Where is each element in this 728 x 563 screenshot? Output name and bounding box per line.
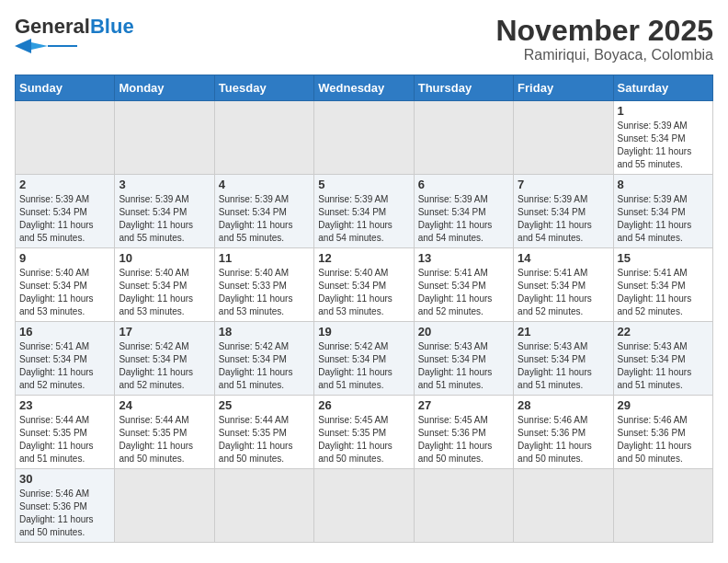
calendar-row: 16 Sunrise: 5:41 AM Sunset: 5:34 PM Dayl… [16,322,713,396]
day-info: Sunrise: 5:41 AM Sunset: 5:34 PM Dayligh… [418,268,493,316]
day-info: Sunrise: 5:42 AM Sunset: 5:34 PM Dayligh… [219,341,293,390]
day-info: Sunrise: 5:44 AM Sunset: 5:35 PM Dayligh… [219,415,293,464]
weekday-thursday: Thursday [414,75,513,101]
day-info: Sunrise: 5:44 AM Sunset: 5:35 PM Dayligh… [19,415,94,464]
title-area: November 2025 Ramiriqui, Boyaca, Colombi… [495,15,713,63]
calendar-cell: 18 Sunrise: 5:42 AM Sunset: 5:34 PM Dayl… [214,322,313,396]
day-number: 9 [19,251,110,265]
day-info: Sunrise: 5:43 AM Sunset: 5:34 PM Dayligh… [418,341,493,390]
calendar-cell [613,469,712,543]
calendar-row: 9 Sunrise: 5:40 AM Sunset: 5:34 PM Dayli… [16,248,713,322]
day-number: 8 [618,178,709,191]
day-number: 27 [418,398,509,412]
logo-blue: Blue [90,15,134,39]
calendar-cell [514,469,613,543]
day-info: Sunrise: 5:44 AM Sunset: 5:35 PM Dayligh… [119,415,193,464]
calendar-cell: 17 Sunrise: 5:42 AM Sunset: 5:34 PM Dayl… [115,322,214,396]
day-number: 12 [318,251,409,265]
day-number: 13 [418,251,509,265]
calendar-cell [16,101,115,175]
day-info: Sunrise: 5:40 AM Sunset: 5:33 PM Dayligh… [219,268,293,316]
calendar-cell: 11 Sunrise: 5:40 AM Sunset: 5:33 PM Dayl… [214,248,313,322]
logo: General Blue [15,15,134,53]
day-info: Sunrise: 5:45 AM Sunset: 5:36 PM Dayligh… [418,415,493,464]
calendar-cell: 23 Sunrise: 5:44 AM Sunset: 5:35 PM Dayl… [16,396,115,469]
weekday-header-row: SundayMondayTuesdayWednesdayThursdayFrid… [16,75,713,101]
calendar-cell [115,469,214,543]
day-info: Sunrise: 5:43 AM Sunset: 5:34 PM Dayligh… [618,341,692,390]
calendar-cell: 4 Sunrise: 5:39 AM Sunset: 5:34 PM Dayli… [214,175,313,248]
day-info: Sunrise: 5:40 AM Sunset: 5:34 PM Dayligh… [318,268,392,316]
calendar-cell: 13 Sunrise: 5:41 AM Sunset: 5:34 PM Dayl… [414,248,513,322]
day-number: 6 [418,178,509,191]
weekday-friday: Friday [514,75,613,101]
calendar-cell: 22 Sunrise: 5:43 AM Sunset: 5:34 PM Dayl… [613,322,712,396]
logo-icon [15,39,77,53]
day-number: 14 [518,251,609,265]
calendar-cell: 9 Sunrise: 5:40 AM Sunset: 5:34 PM Dayli… [16,248,115,322]
calendar-cell: 3 Sunrise: 5:39 AM Sunset: 5:34 PM Dayli… [115,175,214,248]
day-number: 25 [219,398,310,412]
day-info: Sunrise: 5:41 AM Sunset: 5:34 PM Dayligh… [19,341,94,390]
day-info: Sunrise: 5:39 AM Sunset: 5:34 PM Dayligh… [618,194,692,243]
calendar-cell [514,101,613,175]
calendar-cell: 12 Sunrise: 5:40 AM Sunset: 5:34 PM Dayl… [314,248,414,322]
calendar-cell: 16 Sunrise: 5:41 AM Sunset: 5:34 PM Dayl… [16,322,115,396]
calendar-cell: 20 Sunrise: 5:43 AM Sunset: 5:34 PM Dayl… [414,322,513,396]
svg-marker-0 [15,39,31,53]
day-number: 2 [19,178,110,191]
day-number: 4 [219,178,310,191]
calendar-cell: 5 Sunrise: 5:39 AM Sunset: 5:34 PM Dayli… [314,175,414,248]
calendar-row: 23 Sunrise: 5:44 AM Sunset: 5:35 PM Dayl… [16,396,713,469]
calendar-cell: 19 Sunrise: 5:42 AM Sunset: 5:34 PM Dayl… [314,322,414,396]
calendar-cell [214,469,313,543]
calendar-cell [214,101,313,175]
calendar-row: 1 Sunrise: 5:39 AM Sunset: 5:34 PM Dayli… [16,101,713,175]
day-number: 29 [618,398,709,412]
svg-marker-1 [31,42,48,50]
calendar-cell [414,101,513,175]
page-header: General Blue November 2025 Ramiriqui, Bo… [15,15,713,63]
calendar-cell: 2 Sunrise: 5:39 AM Sunset: 5:34 PM Dayli… [16,175,115,248]
calendar-cell: 15 Sunrise: 5:41 AM Sunset: 5:34 PM Dayl… [613,248,712,322]
day-info: Sunrise: 5:40 AM Sunset: 5:34 PM Dayligh… [19,268,94,316]
day-number: 11 [219,251,310,265]
calendar-cell [314,469,414,543]
day-number: 20 [418,325,509,339]
logo-general: General [15,15,90,39]
day-number: 23 [19,398,110,412]
day-number: 18 [219,325,310,339]
month-title: November 2025 [495,15,713,47]
calendar-table: SundayMondayTuesdayWednesdayThursdayFrid… [15,75,713,543]
day-info: Sunrise: 5:39 AM Sunset: 5:34 PM Dayligh… [618,121,692,169]
calendar-cell [414,469,513,543]
day-number: 19 [318,325,409,339]
calendar-cell: 27 Sunrise: 5:45 AM Sunset: 5:36 PM Dayl… [414,396,513,469]
calendar-cell: 7 Sunrise: 5:39 AM Sunset: 5:34 PM Dayli… [514,175,613,248]
calendar-cell: 30 Sunrise: 5:46 AM Sunset: 5:36 PM Dayl… [16,469,115,543]
day-number: 17 [119,325,210,339]
day-number: 28 [518,398,609,412]
day-info: Sunrise: 5:41 AM Sunset: 5:34 PM Dayligh… [518,268,592,316]
day-info: Sunrise: 5:46 AM Sunset: 5:36 PM Dayligh… [19,488,94,537]
calendar-cell: 28 Sunrise: 5:46 AM Sunset: 5:36 PM Dayl… [514,396,613,469]
weekday-saturday: Saturday [613,75,712,101]
day-info: Sunrise: 5:39 AM Sunset: 5:34 PM Dayligh… [119,194,193,243]
calendar-row: 2 Sunrise: 5:39 AM Sunset: 5:34 PM Dayli… [16,175,713,248]
day-number: 15 [618,251,709,265]
day-number: 21 [518,325,609,339]
day-info: Sunrise: 5:39 AM Sunset: 5:34 PM Dayligh… [518,194,592,243]
day-info: Sunrise: 5:45 AM Sunset: 5:35 PM Dayligh… [318,415,392,464]
weekday-monday: Monday [115,75,214,101]
day-number: 1 [618,104,709,118]
day-number: 16 [19,325,110,339]
day-number: 3 [119,178,210,191]
day-info: Sunrise: 5:39 AM Sunset: 5:34 PM Dayligh… [219,194,293,243]
calendar-cell: 26 Sunrise: 5:45 AM Sunset: 5:35 PM Dayl… [314,396,414,469]
calendar-cell [115,101,214,175]
day-number: 24 [119,398,210,412]
day-info: Sunrise: 5:43 AM Sunset: 5:34 PM Dayligh… [518,341,592,390]
day-info: Sunrise: 5:39 AM Sunset: 5:34 PM Dayligh… [318,194,392,243]
weekday-sunday: Sunday [16,75,115,101]
day-number: 22 [618,325,709,339]
